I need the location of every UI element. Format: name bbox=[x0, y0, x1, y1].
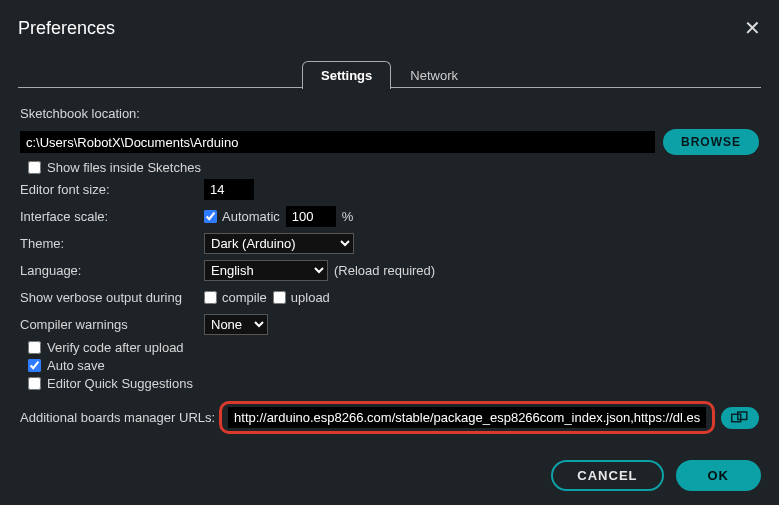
verify-checkbox[interactable] bbox=[28, 341, 41, 354]
svg-rect-0 bbox=[732, 414, 741, 422]
theme-label: Theme: bbox=[20, 236, 204, 251]
language-select[interactable]: English bbox=[204, 260, 328, 281]
theme-select[interactable]: Dark (Arduino) bbox=[204, 233, 354, 254]
titlebar: Preferences ✕ bbox=[18, 12, 761, 48]
scale-input[interactable] bbox=[286, 206, 336, 227]
compile-checkbox[interactable] bbox=[204, 291, 217, 304]
sketchbook-input[interactable] bbox=[20, 131, 655, 153]
upload-label: upload bbox=[291, 290, 330, 305]
compile-label: compile bbox=[222, 290, 267, 305]
tab-network[interactable]: Network bbox=[391, 61, 477, 89]
svg-rect-1 bbox=[738, 412, 747, 420]
cancel-button[interactable]: CANCEL bbox=[551, 460, 663, 491]
autosave-checkbox[interactable] bbox=[28, 359, 41, 372]
sketchbook-label: Sketchbook location: bbox=[20, 106, 204, 121]
reload-note: (Reload required) bbox=[334, 263, 435, 278]
additional-urls-label: Additional boards manager URLs: bbox=[20, 410, 215, 425]
tabs: Settings Network bbox=[18, 60, 761, 88]
ok-button[interactable]: OK bbox=[676, 460, 762, 491]
dialog-title: Preferences bbox=[18, 18, 115, 39]
interface-scale-label: Interface scale: bbox=[20, 209, 204, 224]
language-label: Language: bbox=[20, 263, 204, 278]
automatic-checkbox[interactable] bbox=[204, 210, 217, 223]
additional-urls-highlight bbox=[219, 401, 715, 434]
upload-checkbox[interactable] bbox=[273, 291, 286, 304]
automatic-label: Automatic bbox=[222, 209, 280, 224]
quick-suggestions-checkbox[interactable] bbox=[28, 377, 41, 390]
preferences-dialog: Preferences ✕ Settings Network Sketchboo… bbox=[0, 0, 779, 505]
dialog-footer: CANCEL OK bbox=[551, 460, 761, 491]
settings-panel: Sketchbook location: BROWSE Show files i… bbox=[18, 88, 761, 434]
close-icon[interactable]: ✕ bbox=[744, 16, 761, 40]
warnings-select[interactable]: None bbox=[204, 314, 268, 335]
show-files-checkbox[interactable] bbox=[28, 161, 41, 174]
editor-font-label: Editor font size: bbox=[20, 182, 204, 197]
additional-urls-input[interactable] bbox=[228, 407, 706, 428]
expand-urls-button[interactable] bbox=[721, 407, 759, 429]
percent-label: % bbox=[342, 209, 354, 224]
browse-button[interactable]: BROWSE bbox=[663, 129, 759, 155]
windows-icon bbox=[731, 411, 749, 425]
compiler-warnings-label: Compiler warnings bbox=[20, 317, 204, 332]
autosave-label: Auto save bbox=[47, 358, 105, 373]
verbose-label: Show verbose output during bbox=[20, 290, 204, 305]
verify-label: Verify code after upload bbox=[47, 340, 184, 355]
quick-suggestions-label: Editor Quick Suggestions bbox=[47, 376, 193, 391]
tab-settings[interactable]: Settings bbox=[302, 61, 391, 89]
show-files-label: Show files inside Sketches bbox=[47, 160, 201, 175]
font-size-input[interactable] bbox=[204, 179, 254, 200]
